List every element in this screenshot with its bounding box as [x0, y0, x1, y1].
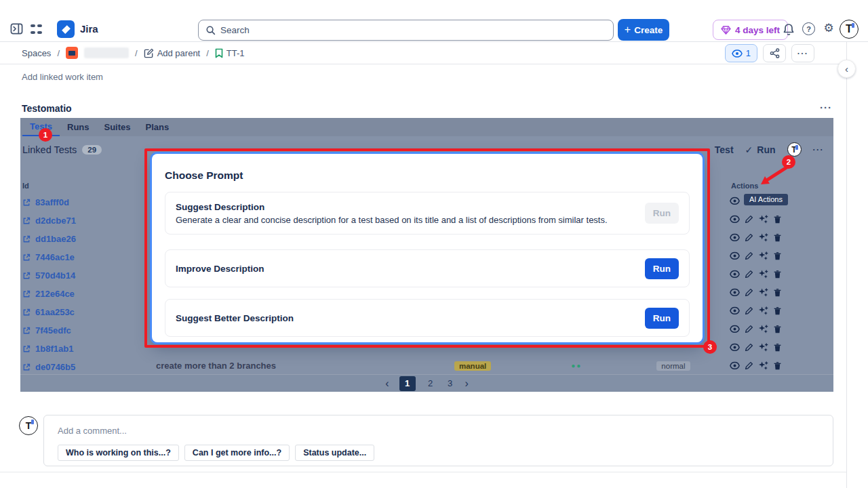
- breadcrumb-separator: /: [206, 48, 209, 58]
- ai-actions-icon[interactable]: [758, 287, 768, 298]
- widget-right-toolbar: Test ✓ Run T ···: [715, 142, 824, 157]
- edit-icon[interactable]: [745, 233, 753, 242]
- prompt-name: Suggest Better Description: [176, 313, 645, 323]
- page-2[interactable]: 2: [426, 378, 435, 388]
- collapse-panel-button[interactable]: ‹: [837, 60, 856, 78]
- edit-icon[interactable]: [745, 325, 753, 333]
- test-id-link[interactable]: 7446ac1e: [22, 252, 75, 262]
- search-input[interactable]: Search: [198, 20, 614, 41]
- test-id-link[interactable]: 212e64ce: [22, 289, 75, 299]
- test-title[interactable]: create more than 2 branches: [156, 361, 454, 371]
- project-icon[interactable]: [66, 47, 78, 59]
- view-icon[interactable]: [730, 361, 740, 370]
- quick-reply-who-working[interactable]: Who is working on this...?: [58, 445, 179, 461]
- quick-reply-more-info[interactable]: Can I get more info...?: [184, 445, 290, 461]
- trial-days-badge[interactable]: 4 days left: [713, 20, 788, 40]
- plus-icon: +: [625, 24, 631, 35]
- ai-actions-icon[interactable]: [758, 342, 768, 352]
- settings-gear-icon[interactable]: ⚙: [822, 21, 835, 35]
- test-id-link[interactable]: d2dcbe71: [22, 216, 76, 226]
- delete-icon[interactable]: [773, 343, 782, 352]
- tab-suites[interactable]: Suites: [97, 118, 138, 136]
- test-id-link[interactable]: de0746b5: [22, 362, 75, 372]
- run-button[interactable]: Run: [645, 258, 679, 279]
- ai-actions-icon[interactable]: [758, 269, 768, 279]
- page-next-icon[interactable]: ›: [465, 378, 469, 389]
- view-icon[interactable]: [730, 325, 740, 333]
- notifications-bell-icon[interactable]: [782, 22, 795, 36]
- edit-icon[interactable]: [745, 251, 753, 260]
- delete-icon[interactable]: [773, 233, 782, 243]
- annotation-step-2: 2: [782, 155, 795, 169]
- steps-dots: ●●: [571, 362, 582, 369]
- delete-icon[interactable]: [773, 361, 782, 371]
- help-icon[interactable]: ?: [802, 22, 815, 35]
- view-icon[interactable]: [730, 197, 740, 205]
- tab-runs[interactable]: Runs: [60, 118, 97, 136]
- page-prev-icon[interactable]: ‹: [385, 378, 389, 389]
- edit-icon[interactable]: [745, 343, 753, 352]
- user-avatar[interactable]: T: [840, 20, 859, 39]
- sidebar-toggle-icon[interactable]: [9, 22, 23, 35]
- edit-icon[interactable]: [745, 215, 753, 224]
- test-button[interactable]: Test: [715, 144, 734, 155]
- comment-input[interactable]: Add a comment... Who is working on this.…: [43, 415, 833, 466]
- ai-actions-icon[interactable]: [758, 361, 768, 371]
- tab-plans[interactable]: Plans: [138, 118, 177, 136]
- watchers-button[interactable]: 1: [725, 44, 757, 62]
- test-id-link[interactable]: 570d4b14: [22, 270, 75, 281]
- test-id-link[interactable]: dd1bae26: [22, 234, 76, 244]
- more-actions-button[interactable]: ···: [791, 44, 814, 62]
- quick-reply-status-update[interactable]: Status update...: [295, 445, 374, 461]
- ai-actions-icon[interactable]: [758, 251, 768, 261]
- delete-icon[interactable]: [773, 306, 782, 316]
- testomatio-avatar[interactable]: T: [787, 142, 802, 157]
- priority-badge: normal: [656, 361, 690, 371]
- view-icon[interactable]: [730, 233, 740, 242]
- delete-icon[interactable]: [773, 251, 782, 261]
- prompt-card-suggest-better-description[interactable]: Suggest Better Description Run: [165, 299, 690, 337]
- view-icon[interactable]: [730, 251, 740, 260]
- test-id-link[interactable]: 7f45edfc: [22, 325, 71, 336]
- ai-actions-icon[interactable]: [758, 232, 768, 243]
- prompt-name: Suggest Description: [176, 202, 645, 212]
- ai-actions-icon[interactable]: [758, 324, 768, 334]
- create-button[interactable]: + Create: [618, 19, 669, 41]
- app-switcher-icon[interactable]: [31, 23, 42, 35]
- delete-icon[interactable]: [773, 325, 782, 334]
- test-id-link[interactable]: 61aa253c: [22, 307, 75, 317]
- work-item-crumb[interactable]: TT-1: [215, 48, 245, 58]
- share-button[interactable]: [763, 44, 786, 62]
- view-icon[interactable]: [730, 306, 740, 315]
- view-icon[interactable]: [730, 343, 740, 352]
- breadcrumb-spaces[interactable]: Spaces: [22, 48, 51, 58]
- edit-icon[interactable]: [745, 288, 753, 297]
- add-linked-work-item-link[interactable]: Add linked work item: [22, 72, 103, 82]
- project-name-redacted[interactable]: [84, 47, 129, 58]
- page-1[interactable]: 1: [399, 376, 416, 391]
- prompt-card-improve-description[interactable]: Improve Description Run: [165, 249, 690, 287]
- add-parent-link[interactable]: Add parent: [144, 48, 201, 58]
- edit-icon[interactable]: [745, 361, 753, 370]
- edit-icon[interactable]: [745, 306, 753, 315]
- gem-icon: [721, 26, 731, 35]
- ai-actions-icon[interactable]: [758, 306, 768, 316]
- widget-more-icon[interactable]: ···: [813, 145, 825, 155]
- delete-icon[interactable]: [773, 288, 782, 298]
- search-placeholder: Search: [220, 25, 250, 35]
- delete-icon[interactable]: [773, 270, 782, 279]
- jira-logo-icon[interactable]: [57, 20, 75, 38]
- view-icon[interactable]: [730, 288, 740, 297]
- page-3[interactable]: 3: [446, 378, 455, 388]
- test-id-link[interactable]: 1b8f1ab1: [22, 344, 73, 354]
- delete-icon[interactable]: [773, 215, 782, 224]
- view-icon[interactable]: [730, 270, 740, 279]
- run-button[interactable]: Run: [645, 308, 679, 329]
- run-button[interactable]: ✓ Run: [745, 144, 776, 155]
- section-more-icon[interactable]: ···: [820, 102, 832, 113]
- edit-icon[interactable]: [745, 270, 753, 279]
- test-id-link[interactable]: 83afff0d: [22, 197, 69, 207]
- ai-actions-icon[interactable]: [758, 214, 768, 224]
- view-icon[interactable]: [730, 215, 740, 224]
- prompt-card-suggest-description[interactable]: Suggest Description Generate a clear and…: [165, 192, 690, 235]
